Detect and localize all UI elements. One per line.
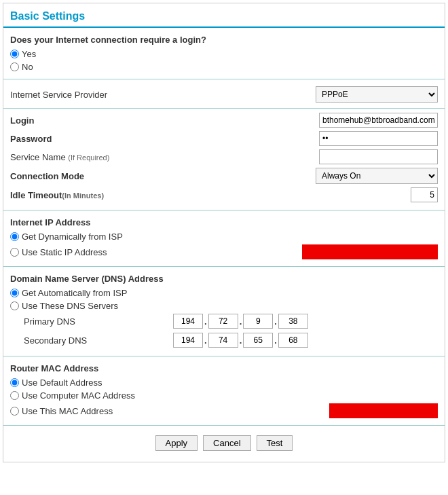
login-fields-section: Login Password Service Name (If Required…	[3, 109, 445, 210]
ip-static-row: Use Static IP Address	[10, 244, 438, 259]
isp-select[interactable]: PPPoE DHCP Static IP	[316, 86, 438, 103]
internet-ip-section: Internet IP Address Get Dynamically from…	[3, 210, 445, 267]
idle-timeout-right	[153, 187, 438, 202]
dns-section: Domain Name Server (DNS) Address Get Aut…	[3, 267, 445, 356]
dot5: .	[240, 335, 242, 346]
mac-custom-row: Use This MAC Address	[10, 403, 438, 418]
test-button[interactable]: Test	[257, 435, 293, 451]
radio-mac-default[interactable]	[10, 378, 19, 387]
dot6: .	[274, 335, 277, 346]
page-container: Basic Settings Does your Internet connec…	[3, 3, 445, 462]
login-question-section: Does your Internet connection require a …	[3, 28, 445, 79]
dns-title: Domain Name Server (DNS) Address	[10, 274, 438, 284]
radio-no-label[interactable]: No	[22, 62, 33, 72]
radio-ip-dynamic[interactable]	[10, 232, 19, 241]
mac-computer-label[interactable]: Use Computer MAC Address	[22, 390, 135, 401]
password-label: Password	[10, 134, 146, 144]
dot3: .	[274, 316, 277, 327]
primary-dns-oct2[interactable]	[208, 314, 238, 329]
idle-timeout-row: Idle Timeout(In Minutes)	[10, 187, 438, 202]
primary-dns-ip: . . .	[173, 314, 308, 329]
dns-fields: Primary DNS . . . Secondary DNS .	[10, 314, 438, 348]
secondary-dns-oct3[interactable]	[243, 333, 273, 348]
primary-dns-oct3[interactable]	[243, 314, 273, 329]
connection-mode-label: Connection Mode	[10, 171, 146, 181]
primary-dns-oct4[interactable]	[278, 314, 308, 329]
dot4: .	[204, 335, 207, 346]
mac-default-label[interactable]: Use Default Address	[22, 378, 102, 388]
button-row: Apply Cancel Test	[3, 426, 445, 455]
ip-static-radio-group: Use Static IP Address	[10, 247, 107, 257]
dns-auto-row: Get Automatically from ISP	[10, 288, 438, 298]
page-title: Basic Settings	[3, 3, 445, 28]
dns-manual-label[interactable]: Use These DNS Servers	[22, 301, 118, 311]
radio-mac-computer[interactable]	[10, 391, 19, 400]
login-field-label: Login	[10, 115, 146, 126]
radio-no-row: No	[10, 62, 438, 72]
primary-dns-oct1[interactable]	[173, 314, 203, 329]
secondary-dns-row: Secondary DNS . . .	[24, 333, 438, 348]
login-input[interactable]	[319, 113, 438, 128]
isp-section: Internet Service Provider PPPoE DHCP Sta…	[3, 79, 445, 109]
isp-label: Internet Service Provider	[10, 90, 160, 100]
password-row: Password	[10, 131, 438, 146]
service-name-row: Service Name (If Required)	[10, 149, 438, 164]
radio-dns-auto[interactable]	[10, 289, 19, 297]
password-input[interactable]	[319, 131, 438, 146]
secondary-dns-oct1[interactable]	[173, 333, 203, 348]
radio-mac-custom[interactable]	[10, 407, 19, 416]
radio-yes-row: Yes	[10, 49, 438, 59]
secondary-dns-oct2[interactable]	[208, 333, 238, 348]
static-ip-red-bar	[302, 244, 438, 259]
mac-custom-label[interactable]: Use This MAC Address	[22, 406, 113, 416]
primary-dns-row: Primary DNS . . .	[24, 314, 438, 329]
radio-no[interactable]	[10, 62, 19, 71]
mac-title: Router MAC Address	[10, 363, 438, 373]
secondary-dns-ip: . . .	[173, 333, 308, 348]
idle-timeout-input[interactable]	[411, 187, 438, 202]
service-name-input[interactable]	[319, 149, 438, 164]
isp-row: Internet Service Provider PPPoE DHCP Sta…	[10, 86, 438, 103]
internet-ip-title: Internet IP Address	[10, 217, 438, 227]
mac-default-row: Use Default Address	[10, 378, 438, 388]
radio-yes[interactable]	[10, 50, 19, 58]
ip-static-label[interactable]: Use Static IP Address	[22, 247, 107, 257]
login-question-label: Does your Internet connection require a …	[10, 35, 438, 45]
dot2: .	[240, 316, 242, 327]
cancel-button[interactable]: Cancel	[203, 435, 250, 451]
radio-dns-manual[interactable]	[10, 301, 19, 310]
login-field-row: Login	[10, 113, 438, 128]
connection-mode-row: Connection Mode Always On Dial on Demand…	[10, 168, 438, 184]
idle-timeout-label: Idle Timeout(In Minutes)	[10, 190, 146, 200]
apply-button[interactable]: Apply	[155, 435, 198, 451]
mac-custom-radio-group: Use This MAC Address	[10, 406, 113, 416]
dns-auto-label[interactable]: Get Automatically from ISP	[22, 288, 127, 298]
secondary-dns-label: Secondary DNS	[24, 335, 173, 346]
dns-manual-row: Use These DNS Servers	[10, 301, 438, 311]
radio-yes-label[interactable]: Yes	[22, 49, 36, 59]
service-name-label: Service Name (If Required)	[10, 152, 146, 162]
ip-dynamic-row: Get Dynamically from ISP	[10, 232, 438, 242]
custom-mac-red-bar	[329, 403, 438, 418]
mac-section: Router MAC Address Use Default Address U…	[3, 356, 445, 426]
primary-dns-label: Primary DNS	[24, 316, 173, 327]
ip-dynamic-label[interactable]: Get Dynamically from ISP	[22, 232, 123, 242]
connection-mode-select[interactable]: Always On Dial on Demand Manually Connec…	[316, 168, 438, 184]
radio-ip-static[interactable]	[10, 248, 19, 257]
secondary-dns-oct4[interactable]	[278, 333, 308, 348]
dot1: .	[204, 316, 207, 327]
mac-computer-row: Use Computer MAC Address	[10, 390, 438, 401]
